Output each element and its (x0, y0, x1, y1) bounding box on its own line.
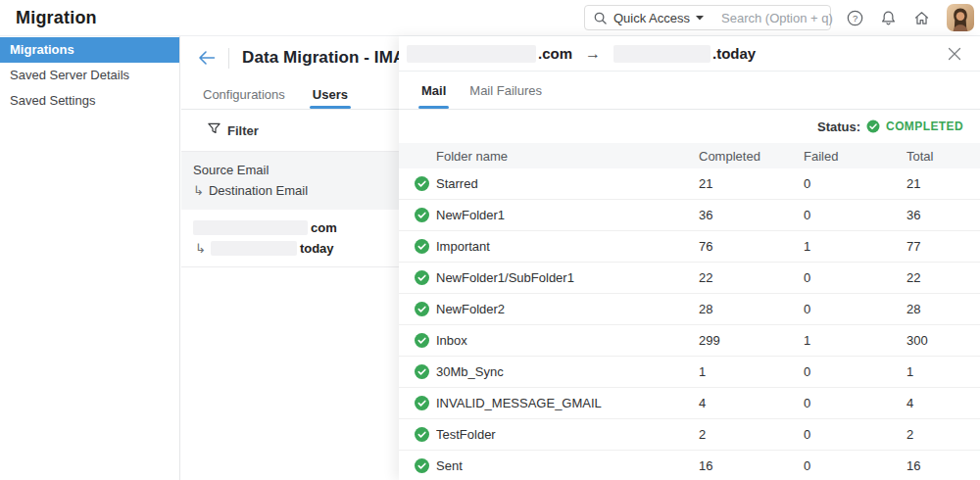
redacted-destination-email (211, 241, 297, 256)
failed-value: 0 (804, 270, 906, 285)
column-failed: Failed (804, 149, 906, 164)
success-check-icon (399, 270, 436, 285)
redacted-source-email (407, 45, 536, 63)
table-row: NewFolder1 36 0 36 (399, 200, 980, 231)
success-check-icon (399, 364, 436, 379)
migration-app-page: Migration Quick Access Search (Option + … (0, 0, 980, 480)
header-divider (228, 48, 229, 69)
help-icon[interactable]: ? (845, 8, 864, 27)
total-value: 21 (906, 176, 980, 191)
total-value: 4 (906, 396, 980, 410)
total-value: 1 (906, 364, 980, 379)
folder-table-body: Starred 21 0 21 NewFolder1 36 0 36 Impor… (399, 168, 980, 480)
table-row: Important 76 1 77 (399, 231, 980, 263)
total-value: 28 (906, 302, 980, 316)
success-check-icon (399, 302, 436, 316)
topbar-right: Quick Access Search (Option + q) ? (584, 4, 974, 31)
status-row: Status: COMPLETED (399, 110, 980, 143)
destination-hook-arrow-icon: ↳ (193, 184, 204, 197)
folder-name: Starred (436, 176, 699, 191)
failed-value: 0 (804, 458, 906, 473)
filter-funnel-icon (208, 122, 220, 138)
table-row: Inbox 299 1 300 (399, 325, 980, 357)
column-total: Total (906, 149, 980, 164)
success-check-icon (399, 396, 436, 410)
column-completed: Completed (699, 149, 804, 164)
detail-tabs: Mail Mail Failures (399, 72, 980, 110)
total-value: 36 (906, 208, 980, 222)
folder-name: Sent (436, 458, 699, 473)
sidebar-item-saved-server-details[interactable]: Saved Server Details (0, 63, 179, 88)
search-input[interactable]: Search (Option + q) (721, 11, 833, 25)
source-email-suffix: .com (538, 45, 572, 62)
close-icon[interactable] (946, 45, 963, 63)
tab-mail[interactable]: Mail (421, 72, 446, 109)
page-title: Data Migration - IMAP (242, 48, 416, 68)
destination-email-label: Destination Email (209, 180, 308, 201)
tab-configurations[interactable]: Configurations (203, 79, 285, 109)
table-row: INVALID_MESSAGE_GMAIL 4 0 4 (399, 388, 980, 419)
home-icon[interactable] (911, 8, 931, 27)
success-check-icon (399, 458, 436, 473)
sidebar-item-migrations[interactable]: Migrations (0, 37, 179, 63)
sidebar-item-saved-settings[interactable]: Saved Settings (0, 88, 179, 114)
tab-users[interactable]: Users (313, 79, 348, 109)
chevron-down-icon[interactable] (696, 16, 704, 21)
failed-value: 0 (804, 176, 906, 191)
failed-value: 0 (804, 364, 906, 379)
app-title: Migration (16, 8, 97, 28)
failed-value: 1 (804, 333, 906, 348)
detail-header: .com → .today (399, 36, 980, 72)
total-value: 16 (906, 458, 980, 473)
redacted-destination-email (613, 45, 710, 63)
quick-access-label[interactable]: Quick Access (613, 11, 690, 25)
success-check-icon (399, 208, 436, 222)
table-row: NewFolder2 28 0 28 (399, 294, 980, 325)
migration-detail-panel: .com → .today Mail Mail Failures Status:… (399, 36, 980, 480)
status-label: Status: (817, 120, 860, 134)
folder-name: NewFolder2 (436, 302, 699, 316)
total-value: 2 (906, 427, 980, 442)
completed-value: 28 (699, 302, 804, 316)
total-value: 77 (906, 239, 980, 254)
user-avatar[interactable] (947, 4, 974, 31)
folder-name: Inbox (436, 333, 699, 348)
tab-mail-failures[interactable]: Mail Failures (469, 72, 542, 109)
failed-value: 0 (804, 396, 906, 410)
completed-value: 4 (699, 396, 804, 410)
table-row: NewFolder1/SubFolder1 22 0 22 (399, 263, 980, 294)
failed-value: 0 (804, 427, 906, 442)
back-arrow-icon[interactable] (198, 50, 216, 66)
status-badge: COMPLETED (886, 120, 963, 133)
completed-value: 2 (699, 427, 804, 442)
completed-value: 21 (699, 176, 804, 191)
success-check-icon (399, 176, 436, 191)
failed-value: 1 (804, 239, 906, 254)
search-icon (594, 11, 607, 24)
folder-name: TestFolder (436, 427, 699, 442)
notifications-bell-icon[interactable] (878, 8, 898, 27)
total-value: 22 (906, 270, 980, 285)
folder-name: NewFolder1/SubFolder1 (436, 270, 699, 285)
sidebar: Migrations Saved Server Details Saved Se… (0, 36, 180, 480)
folder-name: NewFolder1 (436, 208, 699, 222)
column-folder-name: Folder name (436, 149, 699, 164)
failed-value: 0 (804, 208, 906, 222)
failed-value: 0 (804, 302, 906, 316)
global-search-box[interactable]: Quick Access Search (Option + q) (584, 5, 831, 30)
completed-value: 22 (699, 270, 804, 285)
source-email-suffix: com (311, 220, 337, 235)
topbar: Migration Quick Access Search (Option + … (0, 0, 980, 36)
filter-label: Filter (227, 123, 259, 138)
folder-name: INVALID_MESSAGE_GMAIL (436, 396, 699, 410)
destination-email-suffix: today (300, 241, 334, 256)
destination-hook-arrow-icon: ↳ (195, 242, 206, 255)
folder-table-header: Folder name Completed Failed Total (399, 143, 980, 168)
status-completed-badge-icon (866, 120, 880, 133)
table-row: Sent 16 0 16 (399, 451, 980, 480)
success-check-icon (399, 427, 436, 442)
total-value: 300 (906, 333, 980, 348)
svg-text:?: ? (852, 12, 857, 23)
completed-value: 16 (699, 458, 804, 473)
completed-value: 299 (699, 333, 804, 348)
